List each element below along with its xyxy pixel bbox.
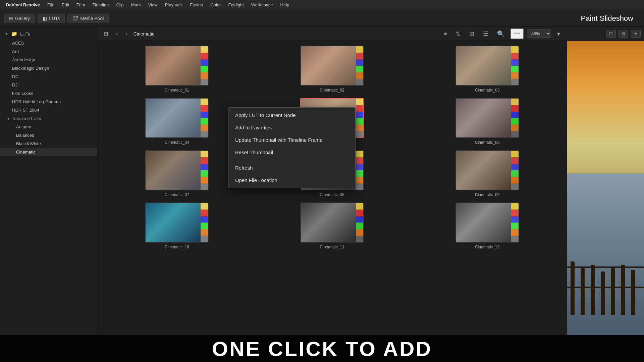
sidebar-section-luts: ▼ 📁 LUTs ACES Arri Astrodesign Blackmagi… [0, 27, 97, 158]
project-title: Paint Slideshow [581, 14, 640, 23]
sidebar-subgroup-nitrozme[interactable]: ▼ Nitrozme LUTs [0, 114, 97, 123]
fence-rail-top [567, 266, 644, 268]
gallery-label: Gallery [15, 16, 30, 21]
menu-trim[interactable]: Trim [73, 1, 89, 8]
lut-label-cin12: Cinematic_12 [475, 245, 499, 249]
sidebar-group-label: LUTs [20, 32, 30, 37]
sidebar-item-dji[interactable]: DJI [0, 81, 97, 89]
panel-toggle-button[interactable]: ⊟ [101, 29, 110, 38]
menu-file[interactable]: File [44, 1, 58, 8]
sidebar-item-arri[interactable]: Arri [0, 47, 97, 56]
context-menu-separator [228, 160, 355, 160]
menu-view[interactable]: View [145, 1, 161, 8]
lut-item-cin03[interactable]: Cinematic_03 [412, 46, 562, 93]
menu-fairlight[interactable]: Fairlight [225, 1, 247, 8]
sidebar-subitem-bw[interactable]: Black&White [0, 139, 97, 148]
context-menu-open-file-location[interactable]: Open File Location [228, 174, 355, 186]
grid-view-button[interactable]: ⊞ [467, 29, 477, 39]
context-menu-apply-lut[interactable]: Apply LUT to Current Node [228, 109, 355, 121]
menu-timeline[interactable]: Timeline [89, 1, 112, 8]
sunset-sky [567, 41, 644, 188]
lut-label-cin04: Cinematic_04 [165, 140, 189, 145]
menu-fusion[interactable]: Fusion [186, 1, 206, 8]
sidebar-item-aces[interactable]: ACES [0, 39, 97, 47]
lut-item-cin06[interactable]: Cinematic_06 [412, 98, 562, 145]
lut-thumb-cin12 [455, 202, 519, 243]
bottom-bar: ONE CLICK TO ADD [0, 335, 644, 362]
sidebar-item-dci[interactable]: DCI [0, 72, 97, 81]
context-menu-add-fav[interactable]: Add to Favorites [228, 121, 355, 134]
back-button[interactable]: ‹ [114, 30, 120, 38]
bottom-text: ONE CLICK TO ADD [212, 337, 432, 361]
context-menu: Apply LUT to Current Node Add to Favorit… [228, 107, 356, 188]
sidebar-item-hdr-hlg[interactable]: HDR Hybrid Log-Gamma [0, 98, 97, 106]
lut-label-cin07: Cinematic_07 [165, 192, 189, 197]
menu-edit[interactable]: Edit [58, 1, 72, 8]
rp-btn-1[interactable]: ⊡ [606, 30, 616, 38]
rp-btn-wand[interactable]: ✦ [631, 30, 641, 38]
menu-playback[interactable]: Playback [162, 1, 186, 8]
lut-grid-container: Cinematic_01 [97, 41, 567, 335]
gallery-button[interactable]: ⊞ Gallery [4, 14, 35, 23]
lut-label-cin08: Cinematic_08 [320, 192, 344, 197]
sidebar-item-film-looks[interactable]: Film Looks [0, 89, 97, 98]
lut-item-cin01[interactable]: Cinematic_01 [102, 46, 252, 93]
sidebar: ▼ 📁 LUTs ACES Arri Astrodesign Blackmagi… [0, 27, 97, 335]
forward-button[interactable]: › [123, 30, 130, 38]
subgroup-collapse-icon: ▼ [7, 117, 10, 121]
right-panel-toolbar: ⊡ ⊠ ✦ [567, 27, 644, 41]
sidebar-subitem-autumn[interactable]: Autumn [0, 123, 97, 131]
lut-label-cin06: Cinematic_06 [475, 140, 499, 145]
lut-thumb-cin11 [300, 202, 364, 243]
lut-item-cin12[interactable]: Cinematic_12 [412, 202, 562, 249]
lut-thumb-cin07 [145, 150, 209, 190]
lut-item-cin11[interactable]: Cinematic_11 [257, 202, 407, 249]
lut-thumb-cin03 [455, 46, 519, 86]
menu-workspace[interactable]: Workspace [248, 1, 276, 8]
lut-label-cin09: Cinematic_09 [475, 192, 499, 197]
lut-thumb-cin10 [145, 202, 209, 243]
zoom-selector[interactable]: 25% 33% 45% 50% 75% 100% [527, 29, 551, 38]
sidebar-item-blackmagic[interactable]: Blackmagic Design [0, 64, 97, 72]
toolbar: ⊞ Gallery ◧ LUTs 🎬 Media Pool Paint Slid… [0, 10, 644, 27]
search-button[interactable]: 🔍 [494, 29, 507, 39]
lut-thumb-cin04 [145, 98, 209, 138]
lut-thumb-cin06 [455, 98, 519, 138]
context-menu-reset-thumb[interactable]: Reset Thumbnail [228, 146, 355, 159]
lut-thumb-cin02 [300, 46, 364, 86]
media-pool-icon: 🎬 [72, 16, 78, 21]
menu-help[interactable]: Help [277, 1, 293, 8]
fence-post [601, 272, 605, 315]
fence-post [621, 265, 625, 315]
lut-label-cin01: Cinematic_01 [165, 88, 189, 93]
menu-bar: DaVinci Resolve File Edit Trim Timeline … [0, 0, 644, 10]
rp-btn-2[interactable]: ⊠ [619, 30, 628, 38]
right-panel: ⊡ ⊠ ✦ [567, 27, 644, 335]
sidebar-item-hdr-st[interactable]: HDR ST 2084 [0, 106, 97, 114]
list-view-button[interactable]: ☰ [480, 29, 491, 39]
lut-item-cin10[interactable]: Cinematic_10 [102, 202, 252, 249]
lut-item-cin09[interactable]: Cinematic_09 [412, 150, 562, 197]
menu-color[interactable]: Color [207, 1, 224, 8]
lut-label-cin03: Cinematic_03 [475, 88, 499, 93]
menu-clip[interactable]: Clip [113, 1, 127, 8]
content-toolbar: ⊟ ‹ › Cinematic ⇅ ⊞ ☰ 🔍 ••• 25% 33% 45% … [97, 27, 567, 41]
lut-label-cin11: Cinematic_11 [320, 245, 344, 249]
zoom-chevron[interactable]: ▾ [554, 29, 563, 39]
menu-mark[interactable]: Mark [128, 1, 144, 8]
menu-brand[interactable]: DaVinci Resolve [3, 1, 43, 8]
sidebar-subitem-cinematic[interactable]: Cinematic [0, 148, 97, 156]
sidebar-subitem-balanced[interactable]: Balanced [0, 131, 97, 139]
more-options-button[interactable]: ••• [511, 28, 524, 39]
lut-thumb-cin09 [455, 150, 519, 190]
lut-label-cin10: Cinematic_10 [165, 245, 189, 249]
context-menu-update-thumb[interactable]: Update Thumbnail with Timeline Frame [228, 134, 355, 146]
context-menu-refresh[interactable]: Refresh [228, 162, 355, 174]
sidebar-group-luts[interactable]: ▼ 📁 LUTs [0, 29, 97, 39]
media-pool-button[interactable]: 🎬 Media Pool [67, 14, 109, 23]
luts-button[interactable]: ◧ LUTs [38, 14, 65, 23]
sort-button[interactable]: ⇅ [453, 29, 463, 39]
lut-item-cin02[interactable]: Cinematic_02 [257, 46, 407, 93]
sidebar-item-astrodesign[interactable]: Astrodesign [0, 56, 97, 64]
gallery-icon: ⊞ [9, 16, 13, 21]
